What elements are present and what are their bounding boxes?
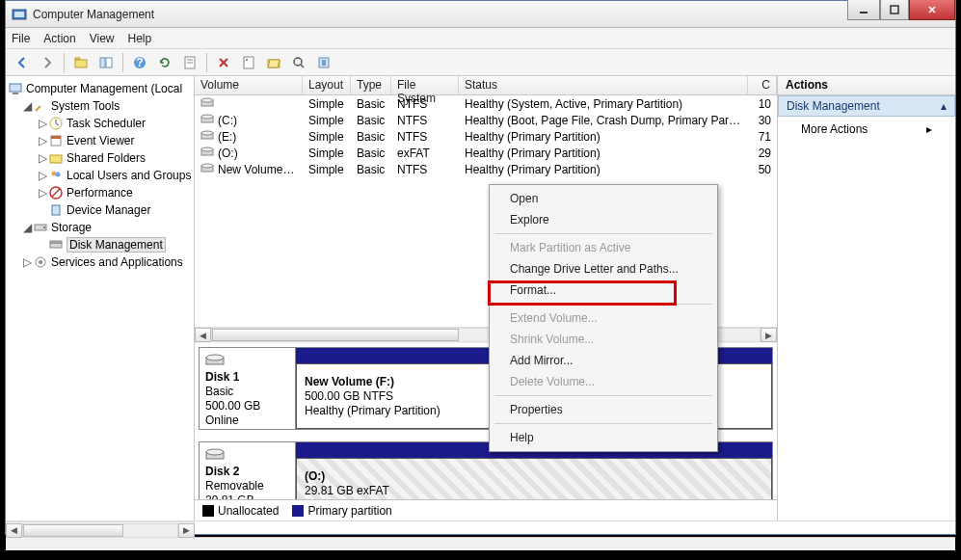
search-button[interactable] [288,52,309,73]
tree-services[interactable]: ▷Services and Applications [8,253,192,271]
scroll-thumb[interactable] [212,329,459,341]
chevron-right-icon: ▸ [926,122,932,136]
tree-event-viewer[interactable]: ▷Event Viewer [8,132,192,149]
show-hide-tree-button[interactable] [95,52,117,73]
svg-point-15 [294,58,302,66]
back-button[interactable] [12,52,33,73]
minimize-button[interactable] [847,0,880,20]
cell-filesystem: exFAT [391,147,459,160]
forward-button[interactable] [37,52,58,73]
action-button[interactable] [313,52,334,73]
partition-detail: 29.81 GB exFAT [305,484,763,497]
col-c[interactable]: C [748,76,777,94]
menu-file[interactable]: File [12,32,30,45]
actions-group-header[interactable]: Disk Management ▴ [778,95,955,117]
tree-shared-folders[interactable]: ▷Shared Folders [8,149,192,167]
tree-storage[interactable]: ◢Storage [8,219,192,236]
titlebar[interactable]: Computer Management [6,1,955,28]
export-list-button[interactable] [179,52,200,73]
menu-help[interactable]: Help [128,32,152,45]
actions-more-actions[interactable]: More Actions ▸ [778,117,955,142]
cell-volume [195,97,303,111]
partition-name: (O:) [305,469,763,483]
menu-separator [494,395,712,396]
tree-task-scheduler[interactable]: ▷Task Scheduler [8,115,192,132]
delete-button[interactable] [213,52,234,73]
table-header: Volume Layout Type File System Status C [195,76,777,95]
menu-action[interactable]: Action [43,32,75,45]
maximize-button[interactable] [880,0,909,20]
ctx-explore[interactable]: Explore [493,209,714,230]
scroll-left-button[interactable]: ◀ [6,523,22,538]
cell-filesystem: NTFS [391,130,459,144]
tree-performance[interactable]: ▷Performance [8,184,192,201]
disk-icon [205,354,225,367]
svg-point-29 [43,227,45,228]
tree-device-manager[interactable]: ▷Device Manager [8,201,192,219]
cell-volume: (E:) [195,130,303,144]
table-row[interactable]: SimpleBasicNTFSHealthy (System, Active, … [195,95,777,112]
cell-c: 50 [748,163,777,176]
col-type[interactable]: Type [351,76,391,94]
svg-point-43 [201,164,213,168]
scroll-right-button[interactable]: ▶ [178,523,195,538]
volume-icon [200,97,214,108]
cell-type: Basic [351,114,391,127]
ctx-change-drive-letter[interactable]: Change Drive Letter and Paths... [493,258,714,280]
svg-point-41 [201,147,213,151]
up-button[interactable] [70,52,92,73]
refresh-button[interactable] [154,52,175,73]
cell-c: 29 [748,147,777,160]
table-row[interactable]: (O:)SimpleBasicexFATHealthy (Primary Par… [195,145,777,161]
menu-view[interactable]: View [90,32,115,45]
cell-c: 71 [748,130,777,144]
tree-root[interactable]: Computer Management (Local [8,80,192,97]
svg-rect-3 [891,6,898,13]
cell-type: Basic [351,163,391,176]
tree-scrollbar[interactable]: ◀ ▶ [6,521,195,538]
ctx-format[interactable]: Format... [493,280,714,301]
ctx-properties[interactable]: Properties [493,399,714,420]
col-status[interactable]: Status [459,76,748,94]
volume-icon [200,147,214,157]
tree-disk-management[interactable]: ▷Disk Management [8,236,192,253]
ctx-help[interactable]: Help [493,427,714,448]
svg-rect-2 [860,12,868,13]
table-row[interactable]: New Volume (F:)SimpleBasicNTFSHealthy (P… [195,161,777,177]
disk-name: Disk 2 [205,465,289,478]
properties-button[interactable] [238,52,259,73]
tree-local-users[interactable]: ▷Local Users and Groups [8,167,192,184]
volume-icon [200,163,214,173]
open-button[interactable] [263,52,284,73]
device-icon [48,202,64,218]
cell-volume: (O:) [195,147,303,160]
svg-rect-31 [50,241,62,243]
scroll-left-button[interactable]: ◀ [195,328,211,342]
tree-system-tools[interactable]: ◢System Tools [8,97,192,115]
scroll-right-button[interactable]: ▶ [761,328,777,342]
disk-header: Disk 2 Removable 29.81 GB Online [200,442,296,500]
partition-box[interactable]: (O:) 29.81 GB exFAT Healthy (Primary Par… [296,458,772,500]
window-buttons [847,0,955,20]
partition-status: Healthy (Primary Partition) [305,498,763,500]
svg-rect-1 [14,12,24,17]
folder-icon [48,150,64,166]
table-row[interactable]: (E:)SimpleBasicNTFSHealthy (Primary Part… [195,128,777,145]
ctx-open[interactable]: Open [493,188,714,209]
help-button[interactable]: ? [129,52,150,73]
close-button[interactable] [909,0,955,20]
svg-point-13 [246,59,248,61]
computer-icon [8,81,23,96]
svg-rect-5 [100,58,105,67]
navigation-tree[interactable]: Computer Management (Local ◢System Tools… [6,76,195,520]
col-layout[interactable]: Layout [303,76,351,94]
col-filesystem[interactable]: File System [391,76,459,94]
svg-point-47 [206,449,224,455]
table-row[interactable]: (C:)SimpleBasicNTFSHealthy (Boot, Page F… [195,112,777,128]
caret-right-icon: ▷ [21,255,33,269]
ctx-add-mirror[interactable]: Add Mirror... [493,350,714,371]
caret-right-icon: ▷ [37,134,48,147]
cell-layout: Simple [303,163,351,176]
clock-icon [48,116,64,131]
col-volume[interactable]: Volume [195,76,303,94]
